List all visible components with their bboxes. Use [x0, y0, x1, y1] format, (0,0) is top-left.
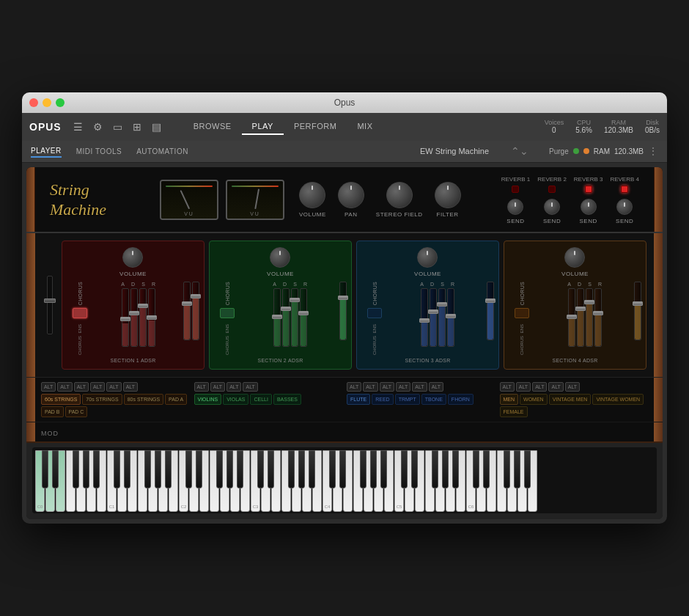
- s2-fader-a[interactable]: [273, 288, 281, 347]
- s2-alt-3[interactable]: ALT: [226, 382, 241, 392]
- s3-thumb-s[interactable]: [437, 302, 447, 307]
- s2-fader-d[interactable]: [282, 288, 290, 347]
- s2-fader-r[interactable]: [300, 288, 307, 347]
- black-key-1-1[interactable]: [124, 450, 130, 488]
- section-3-volume-knob[interactable]: [417, 247, 438, 268]
- black-key-4-4[interactable]: [380, 450, 387, 488]
- mod-fader-track[interactable]: [47, 276, 53, 334]
- s3-fader-d[interactable]: [430, 288, 437, 347]
- s4-alt-1[interactable]: ALT: [500, 382, 515, 392]
- s3-alt-1[interactable]: ALT: [347, 382, 361, 392]
- s2-thumb-s[interactable]: [290, 298, 300, 302]
- reverb-3-light[interactable]: [585, 186, 592, 193]
- s2-alt-1[interactable]: ALT: [194, 382, 209, 392]
- black-key-6-0[interactable]: [473, 450, 479, 488]
- s1-thumb-s[interactable]: [138, 304, 148, 308]
- s3-alt-3[interactable]: ALT: [380, 382, 394, 392]
- black-key-3-1[interactable]: [268, 450, 274, 488]
- s1-inst-pad-c[interactable]: PAD C: [65, 406, 88, 417]
- black-key-2-0[interactable]: [185, 450, 192, 488]
- s3-inst-flute[interactable]: FLUTE: [347, 394, 370, 405]
- s2-thumb-d[interactable]: [281, 307, 291, 311]
- black-key-6-1[interactable]: [483, 450, 490, 488]
- reverb-1-light[interactable]: [512, 186, 519, 193]
- s2-extra-thumb-1[interactable]: [338, 296, 348, 300]
- s1-alt-6[interactable]: ALT: [123, 382, 138, 392]
- s4-thumb-d[interactable]: [575, 307, 586, 311]
- mod-fader-thumb[interactable]: [44, 298, 56, 303]
- s1-alt-2[interactable]: ALT: [57, 382, 72, 392]
- s3-thumb-d[interactable]: [428, 309, 438, 314]
- black-key-0-1[interactable]: [52, 450, 59, 488]
- black-key-5-0[interactable]: [401, 450, 408, 488]
- s3-alt-5[interactable]: ALT: [412, 382, 427, 392]
- s4-thumb-a[interactable]: [567, 315, 577, 319]
- s2-inst-basses[interactable]: BASSES: [273, 394, 301, 405]
- s3-fader-a[interactable]: [421, 288, 428, 347]
- s1-inst-80s[interactable]: 80s STRINGS: [124, 394, 163, 405]
- s1-thumb-a[interactable]: [120, 317, 130, 321]
- tab-automation[interactable]: AUTOMATION: [136, 146, 188, 157]
- section-4-chorus-btn[interactable]: [515, 308, 529, 318]
- nav-perform[interactable]: PERFORM: [284, 119, 347, 135]
- s3-inst-reed[interactable]: REED: [372, 394, 393, 405]
- s4-alt-5[interactable]: ALT: [565, 382, 580, 392]
- s4-thumb-r[interactable]: [593, 311, 603, 315]
- black-key-4-2[interactable]: [360, 450, 366, 488]
- s1-alt-1[interactable]: ALT: [41, 382, 56, 392]
- s3-inst-tbone[interactable]: TBONE: [421, 394, 446, 405]
- section-2-volume-knob[interactable]: [270, 247, 290, 268]
- s1-fader-r[interactable]: [148, 288, 155, 347]
- close-button[interactable]: [29, 98, 38, 107]
- black-key-2-1[interactable]: [196, 450, 202, 488]
- s3-thumb-a[interactable]: [419, 318, 430, 323]
- reverb-4-send-knob[interactable]: [616, 199, 633, 215]
- s3-fader-r[interactable]: [447, 288, 454, 347]
- view-icon-3[interactable]: ▤: [149, 120, 164, 134]
- black-key-4-1[interactable]: [339, 450, 346, 488]
- s4-extra-thumb-1[interactable]: [633, 301, 643, 306]
- more-options-icon[interactable]: ⋮: [648, 145, 658, 157]
- black-key-5-2[interactable]: [432, 450, 438, 488]
- s4-fader-d[interactable]: [577, 288, 584, 347]
- s4-inst-vintage-men[interactable]: VINTAGE MEN: [549, 394, 592, 405]
- tab-midi-tools[interactable]: MIDI TOOLS: [76, 146, 122, 157]
- menu-icon[interactable]: ☰: [70, 120, 86, 134]
- s2-alt-4[interactable]: ALT: [243, 382, 257, 392]
- s4-alt-3[interactable]: ALT: [532, 382, 547, 392]
- s2-inst-violas[interactable]: VIOLAS: [223, 394, 248, 405]
- section-2-chorus-btn[interactable]: [220, 308, 235, 318]
- reverb-4-light[interactable]: [621, 186, 628, 193]
- s3-inst-trmpt[interactable]: TRMPT: [395, 394, 420, 405]
- s2-thumb-a[interactable]: [272, 315, 282, 319]
- s1-thumb-d[interactable]: [129, 311, 139, 315]
- s3-alt-4[interactable]: ALT: [396, 382, 410, 392]
- volume-knob[interactable]: [299, 182, 325, 208]
- s4-inst-female[interactable]: FEMALE: [500, 406, 528, 417]
- s1-inst-60s[interactable]: 60s STRINGS: [41, 394, 81, 405]
- black-key-3-2[interactable]: [288, 450, 295, 488]
- s1-inst-pad-a[interactable]: PAD A: [165, 394, 187, 405]
- black-key-0-3[interactable]: [83, 450, 89, 488]
- s4-alt-4[interactable]: ALT: [548, 382, 563, 392]
- black-key-5-1[interactable]: [411, 450, 418, 488]
- s4-inst-vintage-women[interactable]: VINTAGE WOMEN: [592, 394, 644, 405]
- reverb-2-send-knob[interactable]: [544, 199, 560, 215]
- s2-thumb-r[interactable]: [298, 311, 309, 315]
- s3-extra-fader-1[interactable]: [487, 282, 494, 340]
- view-icon-2[interactable]: ⊞: [130, 120, 144, 134]
- black-key-3-3[interactable]: [298, 450, 305, 488]
- s3-alt-6[interactable]: ALT: [429, 382, 443, 392]
- maximize-button[interactable]: [56, 98, 65, 107]
- s1-alt-5[interactable]: ALT: [106, 382, 121, 392]
- black-key-2-3[interactable]: [226, 450, 233, 488]
- s1-inst-pad-b[interactable]: PAD B: [41, 406, 64, 417]
- nav-mix[interactable]: MIX: [347, 119, 383, 135]
- s4-fader-r[interactable]: [594, 288, 602, 347]
- s1-extra-thumb-2[interactable]: [191, 294, 201, 298]
- view-icon-1[interactable]: ▭: [110, 120, 125, 134]
- s1-extra-thumb-1[interactable]: [182, 301, 192, 306]
- stereo-field-knob[interactable]: [386, 182, 413, 208]
- s2-alt-2[interactable]: ALT: [210, 382, 225, 392]
- black-key-0-4[interactable]: [93, 450, 100, 488]
